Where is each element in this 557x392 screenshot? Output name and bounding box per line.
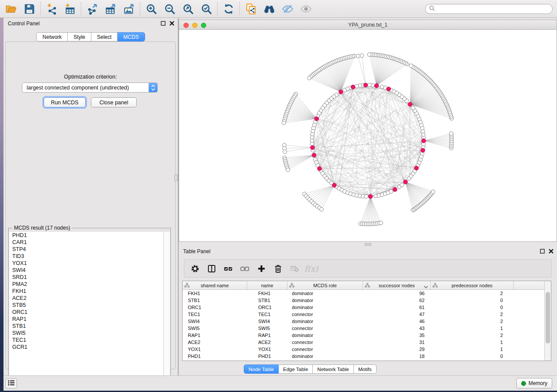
mcds-result-item[interactable]: ORC1 bbox=[9, 309, 170, 316]
mcds-result-item[interactable]: TEC1 bbox=[9, 337, 170, 344]
cell-mcds_role[interactable]: connector bbox=[287, 347, 363, 352]
delete-column-button[interactable] bbox=[272, 262, 284, 275]
create-column-button[interactable] bbox=[255, 262, 268, 275]
float-panel-button[interactable] bbox=[161, 21, 166, 26]
table-scrollbar[interactable] bbox=[544, 281, 551, 361]
show-all-button[interactable] bbox=[297, 1, 315, 17]
close-panel-button[interactable] bbox=[170, 21, 174, 26]
cell-name[interactable]: ACE2 bbox=[247, 340, 287, 345]
zoom-in-button[interactable] bbox=[142, 1, 160, 17]
cell-predecessor_nodes[interactable]: 0 bbox=[431, 354, 514, 359]
cell-successor_nodes[interactable]: 96 bbox=[363, 291, 431, 296]
cell-mcds_role[interactable]: dominator bbox=[287, 305, 363, 310]
cell-successor_nodes[interactable]: 62 bbox=[363, 298, 431, 303]
cell-shared_name[interactable]: TEC1 bbox=[183, 312, 247, 317]
table-row[interactable]: YOX1YOX1connector291 bbox=[183, 346, 551, 353]
first-neighbors-button[interactable] bbox=[260, 1, 278, 17]
split-panel-button[interactable] bbox=[205, 262, 218, 275]
tab-motifs[interactable]: Motifs bbox=[354, 364, 377, 374]
mcds-result-item[interactable]: ACE2 bbox=[9, 295, 170, 302]
task-history-button[interactable] bbox=[5, 378, 17, 389]
hide-selected-button[interactable] bbox=[278, 1, 297, 17]
cell-successor_nodes[interactable]: 29 bbox=[363, 347, 431, 352]
mcds-result-item[interactable]: FKH1 bbox=[9, 288, 170, 295]
cell-successor_nodes[interactable]: 61 bbox=[363, 305, 431, 310]
network-canvas[interactable] bbox=[179, 30, 557, 242]
cell-predecessor_nodes[interactable]: 2 bbox=[431, 312, 514, 317]
open-file-button[interactable] bbox=[2, 1, 20, 17]
cell-shared_name[interactable]: RAP1 bbox=[183, 333, 247, 338]
run-mcds-button[interactable]: Run MCDS bbox=[44, 97, 86, 107]
cell-predecessor_nodes[interactable]: 1 bbox=[431, 347, 514, 352]
zoom-out-button[interactable] bbox=[160, 1, 179, 17]
cell-mcds_role[interactable]: dominator bbox=[287, 298, 363, 303]
cell-mcds_role[interactable]: dominator bbox=[287, 291, 363, 296]
clone-network-button[interactable] bbox=[242, 1, 260, 17]
zoom-selected-button[interactable] bbox=[197, 1, 215, 17]
cell-predecessor_nodes[interactable]: 1 bbox=[431, 340, 514, 345]
cell-predecessor_nodes[interactable]: 0 bbox=[431, 305, 514, 310]
cell-predecessor_nodes[interactable]: 2 bbox=[431, 291, 514, 296]
window-close-light[interactable] bbox=[183, 23, 189, 28]
cell-shared_name[interactable]: PHD1 bbox=[183, 354, 247, 359]
mcds-result-item[interactable]: PMA2 bbox=[9, 281, 170, 288]
tab-mcds[interactable]: MCDS bbox=[118, 32, 145, 41]
cell-name[interactable]: ORC1 bbox=[247, 305, 287, 310]
tab-style[interactable]: Style bbox=[68, 32, 91, 41]
column-header-name[interactable]: name bbox=[247, 281, 287, 289]
cell-predecessor_nodes[interactable]: 2 bbox=[431, 319, 514, 324]
cell-name[interactable]: TEC1 bbox=[247, 312, 287, 317]
mcds-result-item[interactable]: STB1 bbox=[9, 323, 170, 330]
mcds-result-item[interactable]: RAP1 bbox=[9, 316, 170, 323]
save-session-button[interactable] bbox=[20, 1, 38, 17]
function-builder-button[interactable]: f(x) bbox=[305, 262, 318, 275]
apply-layout-button[interactable] bbox=[219, 1, 238, 17]
mcds-result-item[interactable]: PHD1 bbox=[9, 232, 170, 239]
memory-button[interactable]: Memory bbox=[516, 378, 552, 389]
tab-node-table[interactable]: Node Table bbox=[244, 364, 279, 374]
cell-predecessor_nodes[interactable]: 2 bbox=[431, 333, 514, 338]
cell-mcds_role[interactable]: dominator bbox=[287, 333, 363, 338]
cell-mcds_role[interactable]: connector bbox=[287, 340, 363, 345]
column-header-MCDS-role[interactable]: MCDS role bbox=[287, 281, 363, 289]
cell-predecessor_nodes[interactable]: 1 bbox=[431, 326, 514, 331]
cell-successor_nodes[interactable]: 18 bbox=[363, 354, 431, 359]
table-row[interactable]: FKH1FKH1dominator962 bbox=[183, 290, 551, 297]
close-table-panel-button[interactable] bbox=[549, 249, 554, 254]
table-settings-button[interactable] bbox=[189, 262, 201, 275]
delete-table-button[interactable] bbox=[288, 262, 301, 275]
export-table-button[interactable] bbox=[101, 1, 120, 17]
mcds-list-scrollbar[interactable] bbox=[163, 232, 170, 389]
import-table-button[interactable] bbox=[61, 1, 79, 17]
cell-successor_nodes[interactable]: 31 bbox=[363, 340, 431, 345]
close-panel-button-mcds[interactable]: Close panel bbox=[91, 97, 137, 107]
cell-name[interactable]: PHD1 bbox=[247, 354, 287, 359]
cell-shared_name[interactable]: YOX1 bbox=[183, 347, 247, 352]
table-row[interactable]: SWI5SWI5connector431 bbox=[183, 325, 551, 332]
export-image-button[interactable] bbox=[120, 1, 138, 17]
cell-successor_nodes[interactable]: 43 bbox=[363, 326, 431, 331]
cell-name[interactable]: RAP1 bbox=[247, 333, 287, 338]
mcds-result-item[interactable]: STP4 bbox=[9, 246, 170, 253]
window-minimize-light[interactable] bbox=[192, 23, 197, 28]
mcds-result-item[interactable]: SRD1 bbox=[9, 274, 170, 281]
optimization-criterion-select[interactable]: largest connected component (undirected) bbox=[22, 83, 158, 93]
table-row[interactable]: RAP1RAP1dominator352 bbox=[183, 332, 551, 339]
tab-network[interactable]: Network bbox=[36, 32, 68, 41]
cell-name[interactable]: SWI4 bbox=[247, 319, 287, 324]
mcds-result-item[interactable]: YOX1 bbox=[9, 260, 170, 267]
cell-mcds_role[interactable]: dominator bbox=[287, 354, 363, 359]
column-header-successor-nodes[interactable]: successor nodes bbox=[363, 281, 431, 289]
cell-name[interactable]: SWI5 bbox=[247, 326, 287, 331]
table-row[interactable]: TEC1TEC1connector472 bbox=[183, 311, 551, 318]
cell-successor_nodes[interactable]: 47 bbox=[363, 312, 431, 317]
table-row[interactable]: PHD1PHD1dominator180 bbox=[183, 353, 551, 360]
network-window-titlebar[interactable]: YPA_prune.txt_1 bbox=[179, 20, 557, 30]
cell-shared_name[interactable]: SWI5 bbox=[183, 326, 247, 331]
cell-mcds_role[interactable]: connector bbox=[287, 326, 363, 331]
mcds-result-item[interactable]: CAR1 bbox=[9, 239, 170, 246]
cell-name[interactable]: STB1 bbox=[247, 298, 287, 303]
import-network-button[interactable] bbox=[42, 1, 61, 17]
column-header-shared-name[interactable]: shared name bbox=[183, 281, 247, 289]
table-scrollbar-thumb[interactable] bbox=[546, 292, 550, 344]
